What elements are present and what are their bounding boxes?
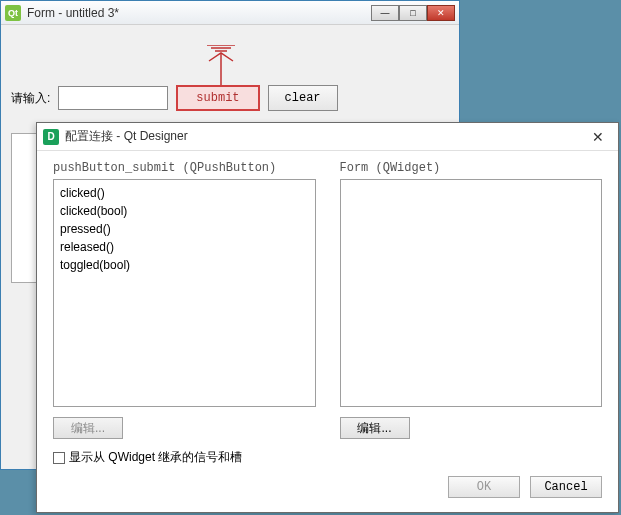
maximize-button[interactable]: □: [399, 5, 427, 21]
edit-signals-button[interactable]: 编辑...: [53, 417, 123, 439]
inherit-checkbox[interactable]: [53, 452, 65, 464]
text-input[interactable]: [58, 86, 168, 110]
slots-listbox[interactable]: [340, 179, 603, 407]
close-button[interactable]: ✕: [427, 5, 455, 21]
configure-connection-dialog: D 配置连接 - Qt Designer ✕ pushButton_submit…: [36, 122, 619, 513]
inherit-checkbox-label: 显示从 QWidget 继承的信号和槽: [69, 449, 242, 466]
signal-item[interactable]: released(): [60, 238, 309, 256]
submit-button[interactable]: submit: [176, 85, 259, 111]
slots-panel-label: Form (QWidget): [340, 161, 603, 175]
dialog-close-button[interactable]: ✕: [584, 129, 612, 145]
signal-item[interactable]: clicked(bool): [60, 202, 309, 220]
minimize-button[interactable]: —: [371, 5, 399, 21]
input-label: 请输入:: [11, 90, 50, 107]
input-row: 请输入: submit clear: [11, 85, 338, 111]
signal-item[interactable]: clicked(): [60, 184, 309, 202]
inherit-checkbox-row[interactable]: 显示从 QWidget 继承的信号和槽: [53, 449, 602, 466]
designer-icon: D: [43, 129, 59, 145]
dialog-titlebar[interactable]: D 配置连接 - Qt Designer ✕: [37, 123, 618, 151]
clear-button[interactable]: clear: [268, 85, 338, 111]
list-widget[interactable]: [11, 133, 37, 283]
signal-item[interactable]: pressed(): [60, 220, 309, 238]
dialog-body: pushButton_submit (QPushButton) clicked(…: [37, 151, 618, 512]
qt-icon: Qt: [5, 5, 21, 21]
signals-panel-label: pushButton_submit (QPushButton): [53, 161, 316, 175]
signals-listbox[interactable]: clicked()clicked(bool)pressed()released(…: [53, 179, 316, 407]
form-titlebar[interactable]: Qt Form - untitled 3* — □ ✕: [1, 1, 459, 25]
window-title: Form - untitled 3*: [27, 6, 371, 20]
dialog-title: 配置连接 - Qt Designer: [65, 128, 584, 145]
signal-item[interactable]: toggled(bool): [60, 256, 309, 274]
cancel-button[interactable]: Cancel: [530, 476, 602, 498]
signals-panel: pushButton_submit (QPushButton) clicked(…: [53, 161, 316, 439]
edit-slots-button[interactable]: 编辑...: [340, 417, 410, 439]
slots-panel: Form (QWidget) 编辑...: [340, 161, 603, 439]
ok-button[interactable]: OK: [448, 476, 520, 498]
